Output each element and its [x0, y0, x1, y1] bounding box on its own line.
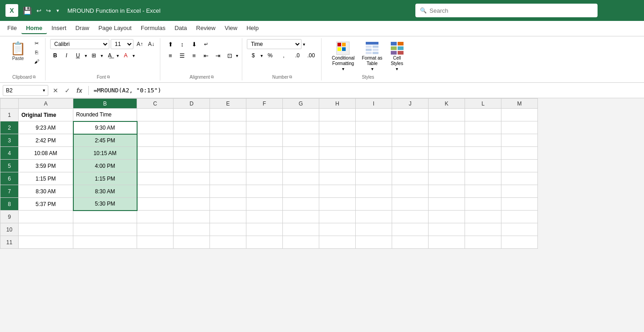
cell-E10[interactable]: [210, 223, 246, 236]
cell-D2[interactable]: [174, 121, 210, 134]
cell-M7[interactable]: [501, 185, 538, 198]
row-header-7[interactable]: 7: [0, 185, 19, 198]
row-header-4[interactable]: 4: [0, 147, 19, 160]
cell-G3[interactable]: [283, 134, 319, 147]
cell-C8[interactable]: [137, 198, 174, 211]
cell-E6[interactable]: [210, 172, 246, 185]
cell-D11[interactable]: [174, 236, 210, 249]
cell-D1[interactable]: [174, 109, 210, 121]
cell-K5[interactable]: [429, 160, 465, 172]
conditional-formatting-dropdown[interactable]: ▾: [342, 66, 344, 71]
cell-G9[interactable]: [283, 211, 319, 223]
cell-E7[interactable]: [210, 185, 246, 198]
font-name-select[interactable]: Calibri: [50, 39, 109, 49]
cell-L4[interactable]: [465, 147, 501, 160]
col-header-B[interactable]: B: [73, 99, 137, 109]
cell-K1[interactable]: [429, 109, 465, 121]
cell-F7[interactable]: [246, 185, 283, 198]
cell-I2[interactable]: [356, 121, 392, 134]
col-header-E[interactable]: E: [210, 99, 246, 109]
row-header-1[interactable]: 1: [0, 109, 19, 121]
name-box[interactable]: B2 ▾: [3, 85, 48, 96]
cell-L10[interactable]: [465, 223, 501, 236]
cell-H10[interactable]: [319, 223, 356, 236]
conditional-formatting-button[interactable]: ConditionalFormatting ▾: [329, 39, 357, 73]
font-color-dropdown[interactable]: ▾: [133, 53, 135, 58]
col-header-A[interactable]: A: [19, 99, 73, 109]
number-format-select[interactable]: Time: [247, 39, 302, 49]
search-box[interactable]: 🔍: [415, 4, 598, 17]
cell-L11[interactable]: [465, 236, 501, 249]
cell-M10[interactable]: [501, 223, 538, 236]
cell-B5[interactable]: 4:00 PM: [73, 160, 137, 172]
italic-button[interactable]: I: [61, 50, 72, 60]
cell-A8[interactable]: 5:37 PM: [19, 198, 73, 211]
cell-D8[interactable]: [174, 198, 210, 211]
format-as-table-dropdown[interactable]: ▾: [371, 66, 373, 71]
cell-G4[interactable]: [283, 147, 319, 160]
undo-button[interactable]: ↩: [36, 7, 41, 14]
cell-J11[interactable]: [392, 236, 429, 249]
cell-E1[interactable]: [210, 109, 246, 121]
row-header-9[interactable]: 9: [0, 211, 19, 223]
cell-L2[interactable]: [465, 121, 501, 134]
cell-E2[interactable]: [210, 121, 246, 134]
cell-K11[interactable]: [429, 236, 465, 249]
underline-dropdown[interactable]: ▾: [85, 53, 87, 58]
cell-E11[interactable]: [210, 236, 246, 249]
cell-I8[interactable]: [356, 198, 392, 211]
cell-B10[interactable]: [73, 223, 137, 236]
cell-A7[interactable]: 8:30 AM: [19, 185, 73, 198]
row-header-2[interactable]: 2: [0, 121, 19, 134]
percent-button[interactable]: %: [264, 50, 276, 60]
row-header-10[interactable]: 10: [0, 223, 19, 236]
menu-item-file[interactable]: File: [3, 23, 21, 34]
cell-G1[interactable]: [283, 109, 319, 121]
merge-center-button[interactable]: ⊡: [224, 50, 235, 60]
cell-A4[interactable]: 10:08 AM: [19, 147, 73, 160]
cell-F6[interactable]: [246, 172, 283, 185]
redo-button[interactable]: ↪: [46, 7, 51, 14]
cell-H7[interactable]: [319, 185, 356, 198]
cell-G11[interactable]: [283, 236, 319, 249]
cell-J4[interactable]: [392, 147, 429, 160]
cell-A6[interactable]: 1:15 PM: [19, 172, 73, 185]
cell-G6[interactable]: [283, 172, 319, 185]
formula-function-icon[interactable]: fx: [75, 86, 84, 95]
cell-D7[interactable]: [174, 185, 210, 198]
cell-styles-button[interactable]: CellStyles ▾: [387, 39, 407, 73]
cell-I6[interactable]: [356, 172, 392, 185]
cell-C10[interactable]: [137, 223, 174, 236]
cell-I10[interactable]: [356, 223, 392, 236]
cell-H1[interactable]: [319, 109, 356, 121]
cell-I3[interactable]: [356, 134, 392, 147]
cell-F10[interactable]: [246, 223, 283, 236]
font-size-select[interactable]: 11: [111, 39, 133, 49]
menu-item-view[interactable]: View: [220, 23, 242, 34]
cell-F4[interactable]: [246, 147, 283, 160]
align-center-button[interactable]: ☰: [177, 50, 188, 60]
fill-color-dropdown[interactable]: ▾: [117, 53, 119, 58]
cell-D10[interactable]: [174, 223, 210, 236]
cell-G2[interactable]: [283, 121, 319, 134]
col-header-L[interactable]: L: [465, 99, 501, 109]
cell-K10[interactable]: [429, 223, 465, 236]
number-format-dropdown[interactable]: ▾: [303, 42, 305, 47]
paste-button[interactable]: 📋 Paste: [6, 39, 30, 63]
cell-I5[interactable]: [356, 160, 392, 172]
cell-B8[interactable]: 5:30 PM: [73, 198, 137, 211]
cell-L5[interactable]: [465, 160, 501, 172]
cell-D6[interactable]: [174, 172, 210, 185]
cell-A5[interactable]: 3:59 PM: [19, 160, 73, 172]
cell-J2[interactable]: [392, 121, 429, 134]
cell-C1[interactable]: [137, 109, 174, 121]
cell-B7[interactable]: 8:30 AM: [73, 185, 137, 198]
decrease-decimal-button[interactable]: .0: [291, 50, 304, 60]
cell-I4[interactable]: [356, 147, 392, 160]
cell-C11[interactable]: [137, 236, 174, 249]
menu-item-page layout[interactable]: Page Layout: [94, 23, 136, 34]
cell-M2[interactable]: [501, 121, 538, 134]
row-header-3[interactable]: 3: [0, 134, 19, 147]
cell-H2[interactable]: [319, 121, 356, 134]
cell-E8[interactable]: [210, 198, 246, 211]
